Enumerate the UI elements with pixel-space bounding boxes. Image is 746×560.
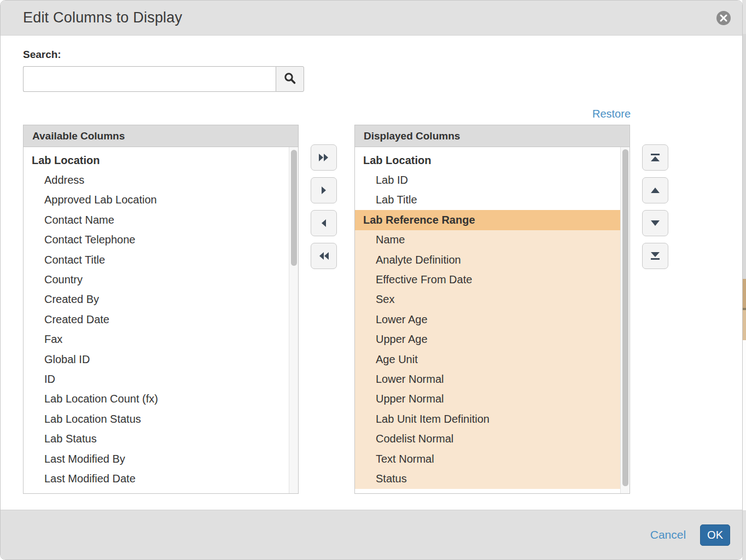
list-item[interactable]: ID	[24, 369, 289, 389]
search-group	[23, 66, 304, 92]
list-item-label: Lab Reference Range	[363, 214, 475, 226]
list-item[interactable]: Contact Telephone	[24, 230, 289, 250]
list-item-label: Codelist Normal	[376, 433, 453, 445]
list-item-label: Contact Name	[44, 214, 114, 226]
move-left-icon	[320, 218, 328, 228]
list-item[interactable]: Created By	[24, 290, 289, 310]
available-scrollbar-track[interactable]	[289, 147, 298, 493]
move-down-icon	[650, 219, 661, 227]
list-item[interactable]: Last Modified By	[24, 449, 289, 469]
move-all-right-button[interactable]	[311, 144, 337, 171]
move-right-icon	[320, 185, 328, 195]
list-item-label: ID	[44, 373, 55, 386]
list-item[interactable]: Effective From Date	[355, 270, 620, 289]
list-item-label: Contact Telephone	[44, 234, 135, 246]
list-item-label: Age Unit	[376, 353, 418, 366]
search-button[interactable]	[276, 66, 304, 92]
list-item-label: Approved Lab Location	[44, 194, 157, 206]
available-columns-list[interactable]: Lab Location Address Approved Lab Locati…	[23, 147, 299, 494]
list-item[interactable]: Lab Reference Range	[355, 210, 620, 230]
move-all-left-button[interactable]	[311, 243, 337, 269]
displayed-columns-panel: Displayed Columns Lab Location Lab ID La…	[354, 125, 630, 494]
list-item[interactable]: Address	[24, 170, 289, 190]
move-up-icon	[650, 186, 661, 194]
list-item-label: Upper Normal	[376, 393, 444, 405]
list-item-label: Name	[376, 234, 405, 246]
list-item[interactable]: Lab Status	[24, 429, 289, 448]
list-item[interactable]: Contact Title	[24, 250, 289, 270]
list-item-label: Lower Age	[376, 313, 428, 326]
list-item[interactable]: Contact Name	[24, 210, 289, 230]
list-item[interactable]: Lab Location	[355, 150, 620, 170]
move-right-button[interactable]	[311, 177, 337, 203]
list-item[interactable]: Codelist Normal	[355, 429, 620, 448]
list-item[interactable]: Analyte Definition	[355, 250, 620, 270]
list-item-label: Text Normal	[376, 453, 434, 465]
move-up-button[interactable]	[642, 177, 668, 203]
list-item[interactable]: Upper Age	[355, 330, 620, 349]
list-item-label: Lab Location Status	[44, 413, 141, 425]
displayed-scrollbar-thumb[interactable]	[622, 149, 628, 486]
move-to-bottom-button[interactable]	[642, 243, 668, 269]
list-item-label: Analyte Definition	[376, 254, 461, 266]
list-item-label: Effective From Date	[376, 273, 472, 286]
displayed-columns-list[interactable]: Lab Location Lab ID Lab Title Lab Refere…	[354, 147, 630, 494]
move-all-right-icon	[318, 153, 330, 162]
move-left-button[interactable]	[311, 210, 337, 236]
list-item-label: Upper Age	[376, 333, 428, 346]
available-columns-panel: Available Columns Lab Location Address A…	[23, 125, 299, 494]
background-page-edge	[742, 0, 746, 560]
displayed-columns-header: Displayed Columns	[354, 125, 630, 147]
list-item[interactable]: Upper Normal	[355, 389, 620, 409]
list-item[interactable]: Sex	[355, 290, 620, 310]
list-item[interactable]: Lower Normal	[355, 369, 620, 389]
reorder-button-stack	[642, 144, 668, 269]
list-item[interactable]: Lab Unit Item Definition	[355, 409, 620, 429]
move-to-top-icon	[650, 153, 661, 162]
list-item-label: Status	[376, 472, 407, 485]
list-item[interactable]: Lab Location	[24, 150, 289, 170]
list-item-label: Country	[44, 273, 83, 286]
dialog-title: Edit Columns to Display	[23, 9, 182, 26]
list-item-label: Lab Status	[44, 433, 97, 445]
cancel-button[interactable]: Cancel	[650, 528, 686, 541]
search-label: Search:	[23, 49, 61, 61]
list-item[interactable]: Age Unit	[355, 349, 620, 369]
close-icon	[720, 14, 727, 22]
list-item[interactable]: Text Normal	[355, 449, 620, 469]
list-item-label: Lower Normal	[376, 373, 444, 386]
list-item-label: Lab Location	[32, 154, 100, 167]
list-item[interactable]: Name	[355, 230, 620, 250]
list-item[interactable]: Approved Lab Location	[24, 190, 289, 210]
edit-columns-dialog: Edit Columns to Display Search: Restore …	[0, 0, 743, 560]
list-item-label: Contact Title	[44, 254, 105, 266]
close-button[interactable]	[716, 11, 731, 25]
list-item[interactable]: Global ID	[24, 349, 289, 369]
list-item[interactable]: Fax	[24, 330, 289, 349]
list-item[interactable]: Status	[355, 469, 620, 488]
transfer-button-stack	[311, 144, 337, 269]
displayed-scrollbar-track[interactable]	[620, 147, 630, 493]
dialog-header: Edit Columns to Display	[1, 1, 742, 36]
list-item[interactable]: Lab ID	[355, 170, 620, 190]
move-to-top-button[interactable]	[642, 144, 668, 171]
search-input[interactable]	[23, 66, 276, 92]
move-down-button[interactable]	[642, 210, 668, 236]
move-all-left-icon	[318, 251, 330, 261]
available-scrollbar-thumb[interactable]	[291, 150, 297, 266]
ok-button[interactable]: OK	[700, 524, 730, 546]
list-item[interactable]: Lab Location Status	[24, 409, 289, 429]
list-item-label: Fax	[44, 333, 62, 346]
list-item[interactable]: Lab Title	[355, 190, 620, 210]
list-item[interactable]: Lower Age	[355, 310, 620, 329]
dialog-footer: Cancel OK	[1, 510, 742, 559]
restore-link[interactable]: Restore	[354, 108, 631, 120]
list-item-label: Global ID	[44, 353, 90, 366]
list-item[interactable]: Country	[24, 270, 289, 289]
list-item-label: Lab Title	[376, 194, 417, 206]
move-to-bottom-icon	[650, 251, 661, 261]
list-item[interactable]: Lab Location Count (fx)	[24, 389, 289, 409]
list-item[interactable]: Last Modified Date	[24, 469, 289, 488]
list-item[interactable]: Created Date	[24, 310, 289, 329]
list-item-label: Lab Unit Item Definition	[376, 413, 489, 425]
